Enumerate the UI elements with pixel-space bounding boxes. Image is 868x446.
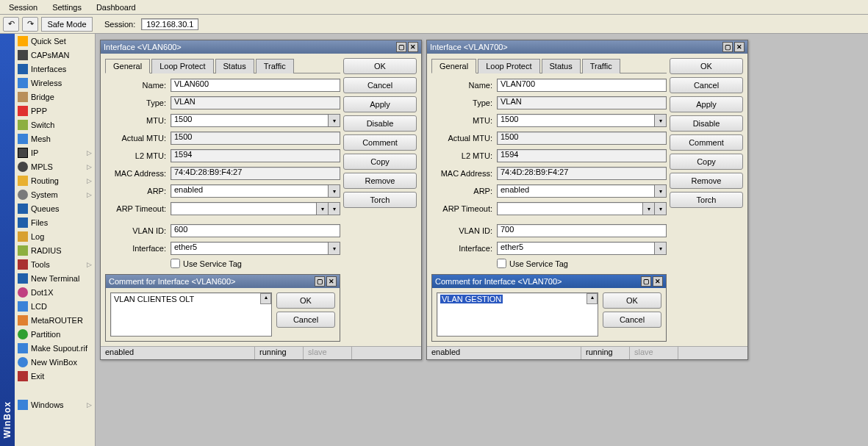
sidebar-item-metarouter[interactable]: MetaROUTER xyxy=(15,313,95,327)
comment-cancel-button[interactable]: Cancel xyxy=(276,312,335,328)
tab-traffic[interactable]: Traffic xyxy=(256,59,294,73)
comment-textarea[interactable]: VLAN GESTION ▴ xyxy=(437,292,598,337)
comment-cancel-button[interactable]: Cancel xyxy=(603,312,661,328)
sidebar-item-files[interactable]: Files xyxy=(15,215,95,229)
sidebar-item-ppp[interactable]: PPP xyxy=(15,104,95,118)
sidebar-item-quick-set[interactable]: Quick Set xyxy=(15,34,95,48)
chevron-down-icon[interactable]: ▾ xyxy=(655,114,667,127)
tab-loop-protect[interactable]: Loop Protect xyxy=(151,59,213,73)
sidebar-item-mesh[interactable]: Mesh xyxy=(15,132,95,145)
disable-button[interactable]: Disable xyxy=(343,115,417,132)
comment-titlebar[interactable]: Comment for Interface <VLAN600> ▢ ✕ xyxy=(106,275,340,288)
close-icon[interactable]: ✕ xyxy=(734,42,745,52)
arpt-field[interactable] xyxy=(171,202,317,215)
titlebar-vlan700[interactable]: Interface <VLAN700> ▢ ✕ xyxy=(427,40,747,54)
safe-mode-button[interactable]: Safe Mode xyxy=(41,17,93,32)
menu-settings[interactable]: Settings xyxy=(45,1,89,13)
service-tag-checkbox[interactable] xyxy=(497,259,506,268)
comment-button[interactable]: Comment xyxy=(343,134,417,151)
torch-button[interactable]: Torch xyxy=(670,192,743,208)
vlan-field[interactable]: 600 xyxy=(171,224,340,237)
close-icon[interactable]: ✕ xyxy=(653,276,663,287)
cancel-button[interactable]: Cancel xyxy=(670,77,743,93)
sidebar-item-partition[interactable]: Partition xyxy=(15,327,95,341)
tab-general[interactable]: General xyxy=(431,59,476,73)
tab-general[interactable]: General xyxy=(105,59,150,73)
sidebar-item-interfaces[interactable]: Interfaces xyxy=(15,62,95,76)
disable-button[interactable]: Disable xyxy=(670,115,743,132)
dropdown-icon[interactable]: ▾ xyxy=(317,202,329,215)
min-icon[interactable]: ▢ xyxy=(641,276,651,287)
mtu-field[interactable]: 1500 xyxy=(497,114,655,127)
min-icon[interactable]: ▢ xyxy=(396,42,406,52)
sidebar-item-make-supout-rif[interactable]: Make Supout.rif xyxy=(15,341,95,355)
chevron-down-icon[interactable]: ▾ xyxy=(329,114,340,127)
comment-button[interactable]: Comment xyxy=(670,134,743,151)
sidebar-item-lcd[interactable]: LCD xyxy=(15,299,95,313)
dropdown-icon[interactable]: ▾ xyxy=(655,184,667,198)
sidebar-item-capsman[interactable]: CAPsMAN xyxy=(15,48,95,62)
min-icon[interactable]: ▢ xyxy=(315,276,325,287)
session-address[interactable]: 192.168.30.1 xyxy=(141,18,198,30)
sidebar-item-ip[interactable]: IP▷ xyxy=(15,145,95,159)
dropdown-icon[interactable]: ▾ xyxy=(643,202,655,215)
menu-session[interactable]: Session xyxy=(1,1,45,13)
cancel-button[interactable]: Cancel xyxy=(343,77,417,93)
sidebar-item-mpls[interactable]: MPLS▷ xyxy=(15,159,95,173)
chevron-down-icon[interactable]: ▾ xyxy=(655,202,667,215)
sidebar-item-radius[interactable]: RADIUS xyxy=(15,243,95,257)
sidebar-item-new-terminal[interactable]: New Terminal xyxy=(15,271,95,285)
ok-button[interactable]: OK xyxy=(343,58,417,74)
arp-field[interactable]: enabled xyxy=(497,184,655,198)
close-icon[interactable]: ✕ xyxy=(326,276,337,287)
chevron-down-icon[interactable]: ▾ xyxy=(329,202,340,215)
titlebar-vlan600[interactable]: Interface <VLAN600> ▢ ✕ xyxy=(101,40,421,54)
apply-button[interactable]: Apply xyxy=(670,96,743,112)
sidebar-item-queues[interactable]: Queues xyxy=(15,201,95,215)
tab-traffic[interactable]: Traffic xyxy=(582,59,620,73)
sidebar-item-tools[interactable]: Tools▷ xyxy=(15,257,95,271)
sidebar-item-windows[interactable]: Windows▷ xyxy=(15,398,95,411)
dropdown-icon[interactable]: ▾ xyxy=(329,184,340,198)
service-tag-checkbox[interactable] xyxy=(171,259,180,268)
undo-button[interactable]: ↶ xyxy=(3,17,19,32)
sidebar-item-system[interactable]: System▷ xyxy=(15,187,95,201)
remove-button[interactable]: Remove xyxy=(670,173,743,189)
apply-button[interactable]: Apply xyxy=(343,96,417,112)
ok-button[interactable]: OK xyxy=(670,58,743,74)
scroll-up-icon[interactable]: ▴ xyxy=(587,293,598,304)
menu-dashboard[interactable]: Dashboard xyxy=(89,1,143,13)
sidebar-item-exit[interactable]: Exit xyxy=(15,369,95,383)
arp-field[interactable]: enabled xyxy=(171,184,329,198)
min-icon[interactable]: ▢ xyxy=(722,42,733,52)
redo-button[interactable]: ↷ xyxy=(22,17,38,32)
comment-ok-button[interactable]: OK xyxy=(276,292,335,309)
copy-button[interactable]: Copy xyxy=(343,154,417,170)
close-icon[interactable]: ✕ xyxy=(408,42,418,52)
arpt-field[interactable] xyxy=(497,202,643,215)
scroll-up-icon[interactable]: ▴ xyxy=(260,293,271,304)
remove-button[interactable]: Remove xyxy=(343,173,417,189)
sidebar-item-log[interactable]: Log xyxy=(15,229,95,243)
dropdown-icon[interactable]: ▾ xyxy=(329,242,340,255)
sidebar-item-wireless[interactable]: Wireless xyxy=(15,76,95,90)
name-field[interactable]: VLAN600 xyxy=(171,79,340,92)
dropdown-icon[interactable]: ▾ xyxy=(655,242,667,255)
vlan-field[interactable]: 700 xyxy=(497,224,667,237)
sidebar-item-new-winbox[interactable]: New WinBox xyxy=(15,355,95,369)
sidebar-item-switch[interactable]: Switch xyxy=(15,118,95,132)
sidebar-item-bridge[interactable]: Bridge xyxy=(15,90,95,104)
comment-ok-button[interactable]: OK xyxy=(603,292,661,309)
tab-status[interactable]: Status xyxy=(215,59,254,73)
tab-status[interactable]: Status xyxy=(542,59,581,73)
sidebar-item-routing[interactable]: Routing▷ xyxy=(15,173,95,187)
torch-button[interactable]: Torch xyxy=(343,192,417,208)
comment-titlebar[interactable]: Comment for Interface <VLAN700> ▢ ✕ xyxy=(432,275,666,288)
comment-textarea[interactable]: VLAN CLIENTES OLT ▴ xyxy=(110,292,272,337)
copy-button[interactable]: Copy xyxy=(670,154,743,170)
if-field[interactable]: ether5 xyxy=(497,242,655,255)
if-field[interactable]: ether5 xyxy=(171,242,329,255)
sidebar-item-dot1x[interactable]: Dot1X xyxy=(15,285,95,299)
name-field[interactable]: VLAN700 xyxy=(497,79,667,92)
mtu-field[interactable]: 1500 xyxy=(171,114,329,127)
